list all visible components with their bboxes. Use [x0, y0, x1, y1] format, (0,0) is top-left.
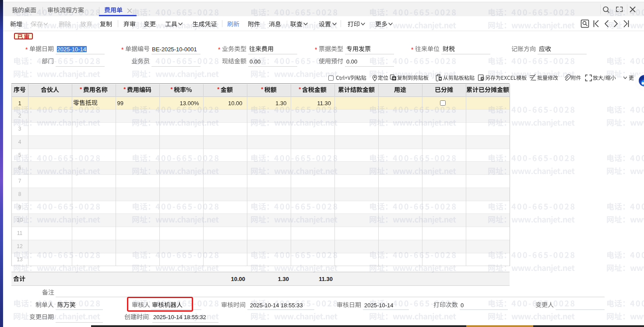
- svg-text:3: 3: [18, 126, 21, 132]
- svg-text:0.00: 0.00: [346, 58, 357, 65]
- svg-text:*: *: [411, 46, 414, 53]
- svg-text:2025-10-14 18:55:33: 2025-10-14 18:55:33: [250, 302, 303, 309]
- svg-text:*: *: [315, 46, 317, 53]
- svg-text:*: *: [121, 46, 124, 53]
- svg-text:0: 0: [461, 302, 464, 309]
- svg-text:2025-10-14 18:55:32: 2025-10-14 18:55:32: [153, 314, 206, 320]
- svg-text:2025-10-14: 2025-10-14: [364, 302, 394, 309]
- svg-text:0.00: 0.00: [250, 58, 260, 65]
- svg-text:5: 5: [18, 152, 21, 158]
- svg-text:*: *: [218, 46, 221, 53]
- svg-text:9: 9: [18, 204, 21, 210]
- svg-text:7: 7: [18, 178, 21, 184]
- svg-text:13: 13: [17, 256, 23, 263]
- svg-text:*: *: [25, 46, 28, 53]
- svg-text:11: 11: [17, 230, 23, 236]
- svg-text:BE-2025-10-0001: BE-2025-10-0001: [152, 46, 197, 53]
